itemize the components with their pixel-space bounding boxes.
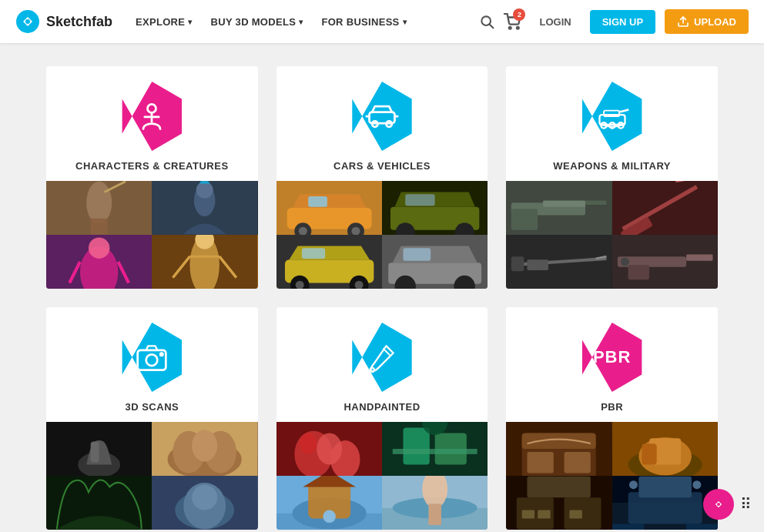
svg-point-16 xyxy=(196,182,213,199)
category-title-weapons: WEAPONS & MILITARY xyxy=(553,160,671,172)
category-image xyxy=(46,181,152,235)
svg-rect-118 xyxy=(522,433,596,449)
main-nav: EXPLORE ▾ BUY 3D MODELS ▾ FOR BUSINESS ▾ xyxy=(128,10,479,34)
category-card-scans[interactable]: 3D SCANS xyxy=(46,307,258,530)
category-title-cars: CARS & VEHICLES xyxy=(333,160,431,172)
car-icon xyxy=(365,99,399,133)
svg-rect-132 xyxy=(570,510,582,519)
hexagon-bg-cars xyxy=(347,82,417,151)
main-content: CHARACTERS & CREATURES xyxy=(0,43,764,532)
categories-grid: CHARACTERS & CREATURES xyxy=(46,66,718,530)
nav-for-business[interactable]: FOR BUSINESS ▾ xyxy=(313,10,414,34)
svg-point-19 xyxy=(89,237,109,258)
svg-rect-136 xyxy=(638,477,692,497)
svg-point-92 xyxy=(193,485,218,510)
category-card-characters[interactable]: CHARACTERS & CREATURES xyxy=(46,66,258,289)
category-image xyxy=(506,476,612,530)
nav-explore[interactable]: EXPLORE ▾ xyxy=(128,10,200,34)
svg-point-1 xyxy=(25,19,30,24)
svg-rect-74 xyxy=(628,265,648,279)
chevron-down-icon: ▾ xyxy=(403,18,407,26)
category-image xyxy=(276,235,382,289)
category-title-scans: 3D SCANS xyxy=(125,401,179,413)
svg-point-79 xyxy=(160,353,163,356)
category-image xyxy=(612,235,718,289)
category-card-handpainted[interactable]: HANDPAINTED xyxy=(276,307,488,530)
hexagon-bg-handpainted xyxy=(347,323,417,392)
signup-button[interactable]: SIGN UP xyxy=(590,10,655,34)
category-card-pbr[interactable]: PBR PBR xyxy=(506,307,718,530)
category-image xyxy=(612,181,718,235)
login-button[interactable]: LOGIN xyxy=(530,12,580,32)
hexagon-scans xyxy=(117,323,186,392)
svg-rect-131 xyxy=(538,510,551,519)
category-image xyxy=(276,476,382,530)
category-image xyxy=(612,422,718,476)
category-image xyxy=(152,181,257,235)
category-header-handpainted: HANDPAINTED xyxy=(276,307,488,422)
svg-point-11 xyxy=(86,182,112,224)
svg-point-110 xyxy=(323,510,335,523)
svg-rect-70 xyxy=(511,256,524,271)
svg-rect-139 xyxy=(612,524,644,530)
svg-rect-101 xyxy=(403,428,429,465)
svg-rect-75 xyxy=(686,254,712,260)
hexagon-cars xyxy=(347,82,417,151)
category-image xyxy=(276,422,382,476)
category-header-scans: 3D SCANS xyxy=(46,307,258,422)
sketchfab-corner-icon[interactable] xyxy=(703,489,734,520)
category-image xyxy=(506,235,612,289)
svg-rect-129 xyxy=(528,477,591,497)
bottom-corner: ⠿ xyxy=(703,489,752,520)
category-image xyxy=(152,476,257,530)
svg-point-5 xyxy=(517,27,519,29)
header: Sketchfab EXPLORE ▾ BUY 3D MODELS ▾ FOR … xyxy=(0,0,764,43)
chevron-down-icon: ▾ xyxy=(299,18,303,26)
category-title-handpainted: HANDPAINTED xyxy=(343,401,420,413)
cart-button[interactable]: 2 xyxy=(504,13,521,30)
grid-dots-icon[interactable]: ⠿ xyxy=(740,495,752,514)
person-icon xyxy=(135,99,169,133)
category-image xyxy=(612,476,718,530)
svg-rect-39 xyxy=(405,194,434,206)
category-image xyxy=(46,476,152,530)
svg-rect-12 xyxy=(91,219,108,235)
nav-buy-3d-models[interactable]: BUY 3D MODELS ▾ xyxy=(203,10,311,34)
categories-section: CHARACTERS & CREATURES xyxy=(0,43,764,532)
svg-rect-82 xyxy=(91,441,99,462)
svg-point-138 xyxy=(692,480,701,489)
svg-rect-62 xyxy=(585,200,606,204)
category-title-characters: CHARACTERS & CREATURES xyxy=(75,160,229,172)
hexagon-bg-pbr: PBR xyxy=(578,323,647,392)
cart-badge: 2 xyxy=(513,8,525,21)
category-image xyxy=(506,422,612,476)
svg-point-7 xyxy=(148,104,156,112)
hexagon-pbr: PBR xyxy=(578,323,647,392)
svg-rect-119 xyxy=(528,452,554,473)
svg-point-4 xyxy=(509,27,511,29)
svg-point-94 xyxy=(370,368,374,373)
tank-icon xyxy=(595,99,629,133)
svg-point-99 xyxy=(300,433,317,453)
svg-point-87 xyxy=(193,430,218,461)
svg-rect-46 xyxy=(302,248,325,259)
upload-button[interactable]: UPLOAD xyxy=(665,9,749,34)
svg-rect-60 xyxy=(511,209,538,229)
header-right: 2 LOGIN SIGN UP UPLOAD xyxy=(479,9,749,34)
category-image xyxy=(46,235,152,289)
svg-rect-140 xyxy=(686,524,718,530)
search-button[interactable] xyxy=(479,14,494,29)
category-images-pbr xyxy=(506,422,718,530)
chevron-down-icon: ▾ xyxy=(188,18,192,26)
hexagon-handpainted xyxy=(347,323,417,392)
svg-rect-130 xyxy=(522,510,534,519)
pbr-label: PBR xyxy=(593,347,631,367)
category-card-cars[interactable]: CARS & VEHICLES xyxy=(276,66,488,289)
svg-point-137 xyxy=(629,480,638,489)
svg-point-78 xyxy=(146,354,158,366)
logo[interactable]: Sketchfab xyxy=(15,9,112,34)
category-card-weapons[interactable]: WEAPONS & MILITARY xyxy=(506,66,718,289)
category-images-handpainted xyxy=(276,422,488,530)
category-images-weapons xyxy=(506,181,718,289)
svg-rect-115 xyxy=(428,504,441,524)
